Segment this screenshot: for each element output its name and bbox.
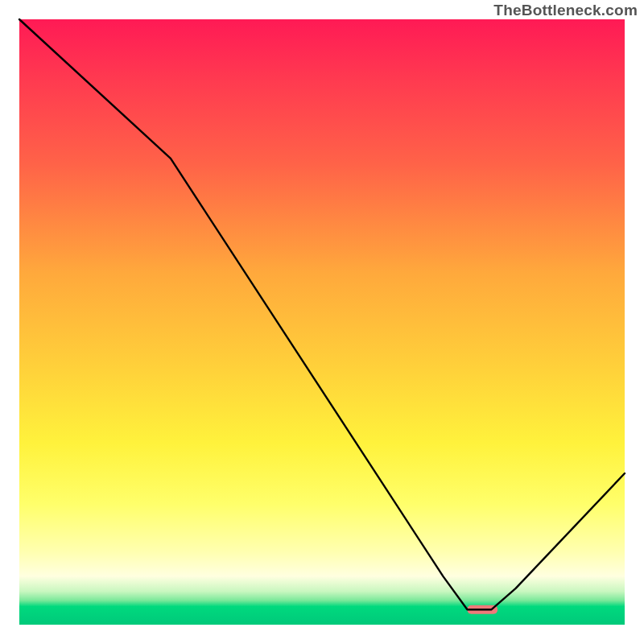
- chart-overlay: [0, 0, 644, 644]
- bottleneck-curve: [19, 19, 625, 609]
- chart-frame: TheBottleneck.com: [0, 0, 644, 644]
